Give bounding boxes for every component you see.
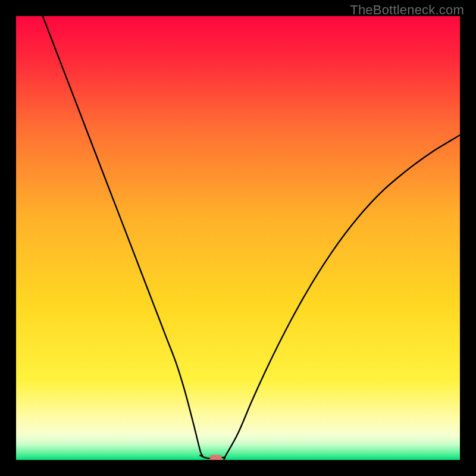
- chart-frame: TheBottleneck.com: [0, 0, 476, 476]
- plot-background: [16, 16, 460, 460]
- bottleneck-chart: [16, 16, 460, 460]
- minimum-marker: [210, 455, 222, 460]
